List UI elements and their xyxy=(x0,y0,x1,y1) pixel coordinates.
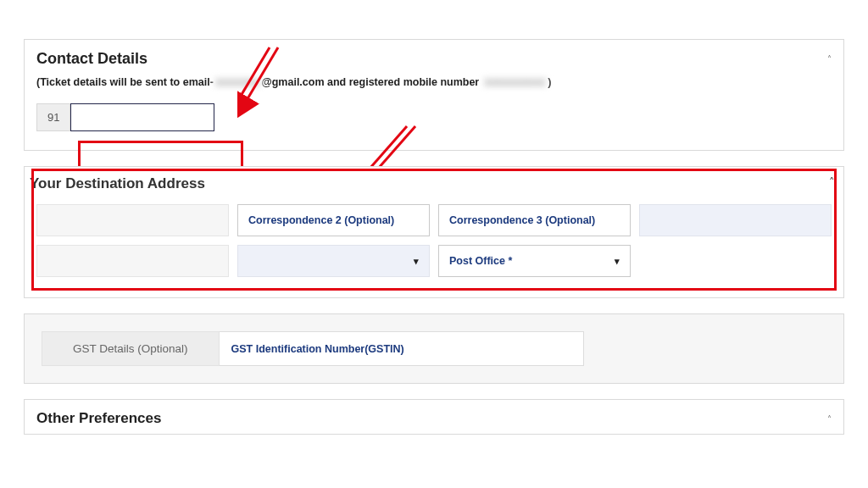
chevron-down-icon: ▾ xyxy=(414,256,419,267)
contact-details-panel: Contact Details ˄ (Ticket details will b… xyxy=(24,39,844,151)
chevron-up-icon: ˄ xyxy=(829,175,835,192)
chevron-down-icon: ▾ xyxy=(615,256,620,267)
gst-row: GST Details (Optional) GST Identificatio… xyxy=(42,331,584,366)
destination-body: Correspondence 2 (Optional) Corresponden… xyxy=(25,196,843,297)
gst-details-label: GST Details (Optional) xyxy=(42,331,220,366)
contact-info-line: (Ticket details will be sent to email-xx… xyxy=(36,76,832,88)
contact-details-header[interactable]: Contact Details ˄ xyxy=(25,40,843,75)
contact-details-title: Contact Details xyxy=(36,50,147,68)
chevron-up-icon: ˄ xyxy=(827,54,832,64)
gstin-placeholder: GST Identification Number(GSTIN) xyxy=(231,343,404,355)
post-office-placeholder: Post Office * xyxy=(449,255,512,267)
pin-code-field xyxy=(639,204,832,236)
mobile-masked: xxxxxxxxxx xyxy=(482,76,548,88)
info-suffix: @gmail.com and registered mobile number xyxy=(262,76,482,88)
other-preferences-header[interactable]: Other Preferences ˄ xyxy=(25,400,843,434)
corr3-placeholder: Correspondence 3 (Optional) xyxy=(449,214,595,226)
gstin-input[interactable]: GST Identification Number(GSTIN) xyxy=(220,331,584,366)
info-prefix: (Ticket details will be sent to email- xyxy=(36,76,214,88)
corr2-placeholder: Correspondence 2 (Optional) xyxy=(248,214,394,226)
destination-title: Your Destination Address xyxy=(30,175,205,192)
country-code-box: 91 xyxy=(36,103,70,131)
post-office-select[interactable]: Post Office *▾ xyxy=(438,245,631,277)
empty-cell xyxy=(639,245,832,277)
email-masked: xxxxxxx xyxy=(214,76,262,88)
city-select[interactable]: ▾ xyxy=(237,245,430,277)
contact-body: (Ticket details will be sent to email-xx… xyxy=(25,75,843,150)
other-preferences-title: Other Preferences xyxy=(36,410,161,427)
gst-panel: GST Details (Optional) GST Identificatio… xyxy=(24,313,844,384)
address-grid: Correspondence 2 (Optional) Corresponden… xyxy=(36,204,832,277)
other-preferences-panel: Other Preferences ˄ xyxy=(24,399,844,435)
correspondence-3-input[interactable]: Correspondence 3 (Optional) xyxy=(438,204,631,236)
info-close: ) xyxy=(548,76,551,88)
destination-header[interactable]: Your Destination Address ˄ xyxy=(25,170,843,196)
state-field xyxy=(36,245,229,277)
correspondence-1-input[interactable] xyxy=(36,204,229,236)
phone-row: 91 xyxy=(36,103,832,131)
destination-address-panel: Your Destination Address ˄ Correspondenc… xyxy=(24,166,844,298)
mobile-number-input[interactable] xyxy=(70,103,214,131)
correspondence-2-input[interactable]: Correspondence 2 (Optional) xyxy=(237,204,430,236)
chevron-up-icon: ˄ xyxy=(827,414,832,424)
